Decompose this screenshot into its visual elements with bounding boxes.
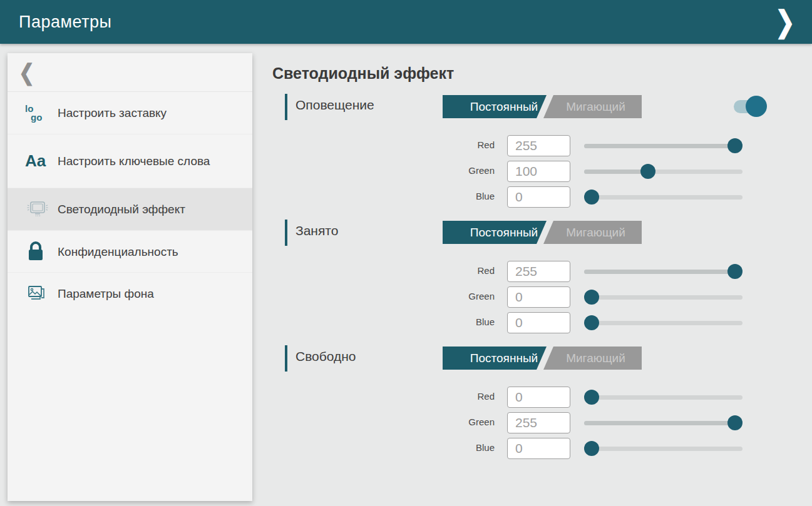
sidebar-item-label: Параметры фона [58,286,163,301]
green-slider[interactable] [584,412,743,434]
slider-thumb[interactable] [584,390,599,405]
notification-switch[interactable] [734,95,768,118]
sidebar-item-led-effect[interactable]: Светодиодный эффект [8,188,252,231]
sidebar-item-label: Конфиденциальность [58,244,187,260]
mode-constant-button[interactable]: Постоянный [443,221,547,244]
channel-row-blue: Blue [285,186,748,211]
mode-constant-button[interactable]: Постоянный [443,347,547,370]
channel-label: Red [419,139,495,150]
red-slider[interactable] [584,260,743,283]
sidebar-item-label: Светодиодный эффект [58,201,194,217]
blue-value-input[interactable] [507,186,570,208]
red-value-input[interactable] [507,261,570,282]
sidebar-item-label: Настроить заставку [58,105,175,121]
sidebar-item-screensaver[interactable]: logo Настроить заставку [8,92,252,134]
channel-label: Blue [419,442,495,453]
mode-toggle: Постоянный Мигающий [443,221,642,244]
green-value-input[interactable] [507,412,570,433]
section-accent-bar [285,345,287,372]
section-title: Занято [296,223,338,238]
sidebar-item-background[interactable]: Параметры фона [8,273,252,315]
channel-label: Green [419,291,495,301]
section-free: Свободно Постоянный Мигающий Red Green [285,347,748,472]
red-value-input[interactable] [507,387,570,408]
blue-slider[interactable] [584,437,743,460]
slider-thumb[interactable] [584,290,599,305]
images-icon [25,283,58,305]
channel-label: Blue [419,191,495,201]
sidebar-item-label: Настроить ключевые слова [58,153,218,169]
switch-knob [746,96,767,117]
slider-thumb[interactable] [584,190,599,205]
section-notification: Оповещение Постоянный Мигающий Red Green [285,95,748,220]
section-accent-bar [285,220,287,246]
mode-blinking-button[interactable]: Мигающий [543,347,642,370]
app-header: Параметры ❯ [0,0,812,44]
green-slider[interactable] [584,160,743,183]
green-value-input[interactable] [507,161,570,182]
channel-row-green: Green [285,286,748,311]
sidebar: ❮ logo Настроить заставку Aa Настроить к… [8,53,252,501]
sidebar-item-privacy[interactable]: Конфиденциальность [8,231,252,273]
mode-blinking-button[interactable]: Мигающий [543,221,642,244]
channel-row-blue: Blue [285,437,748,463]
section-busy: Занято Постоянный Мигающий Red Green [285,221,748,346]
section-title: Свободно [296,349,356,364]
blue-slider[interactable] [584,311,743,334]
blue-value-input[interactable] [507,438,570,459]
sidebar-back-row[interactable]: ❮ [8,53,252,92]
lock-icon [25,240,58,263]
mode-toggle: Постоянный Мигающий [443,95,642,118]
main-content: Светодиодный эффект Оповещение Постоянны… [272,44,812,506]
slider-thumb[interactable] [727,264,743,279]
section-title: Оповещение [296,98,374,113]
sidebar-item-keywords[interactable]: Aa Настроить ключевые слова [8,134,252,188]
logo-icon: logo [25,104,58,122]
channel-row-blue: Blue [285,311,748,337]
channel-label: Green [419,165,495,176]
channel-label: Red [419,391,495,402]
channel-row-green: Green [285,412,748,437]
slider-thumb[interactable] [584,441,599,456]
section-accent-bar [285,94,287,120]
slider-thumb[interactable] [727,138,743,153]
channel-label: Green [419,417,495,427]
channel-row-red: Red [285,260,748,286]
text-aa-icon: Aa [25,151,58,171]
back-chevron-icon[interactable]: ❮ [19,59,34,86]
mode-constant-button[interactable]: Постоянный [443,95,547,118]
mode-toggle: Постоянный Мигающий [443,347,642,370]
channel-row-green: Green [285,160,748,186]
red-value-input[interactable] [507,135,570,156]
red-slider[interactable] [584,134,743,157]
content-title: Светодиодный эффект [272,64,454,83]
monitor-icon [25,200,58,220]
page-title: Параметры [19,13,111,32]
forward-chevron-icon[interactable]: ❯ [769,0,801,49]
slider-thumb[interactable] [640,164,655,179]
channel-label: Blue [419,316,495,327]
blue-value-input[interactable] [507,312,570,333]
channel-label: Red [419,265,495,276]
red-slider[interactable] [584,386,743,408]
green-slider[interactable] [584,286,743,308]
blue-slider[interactable] [584,186,743,208]
mode-blinking-button[interactable]: Мигающий [543,95,642,118]
green-value-input[interactable] [507,286,570,308]
slider-thumb[interactable] [584,315,599,330]
channel-row-red: Red [285,386,748,412]
channel-row-red: Red [285,134,748,160]
slider-thumb[interactable] [727,415,743,430]
